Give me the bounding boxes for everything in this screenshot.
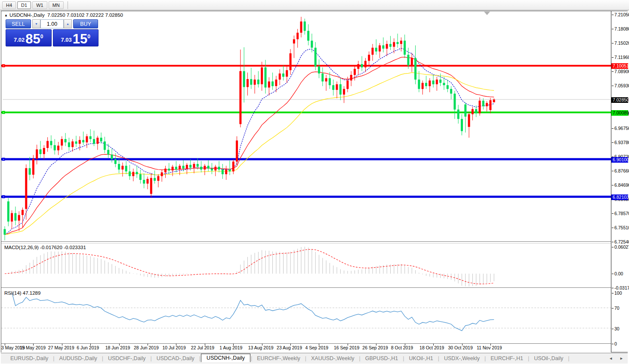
price-tick-label: 7.18080 (614, 26, 629, 31)
rsi-tick-label: 0 (614, 341, 617, 346)
price-tick-label-tickmark (612, 86, 614, 86)
price-tick-label-tickmark (612, 228, 614, 228)
date-label: 18 Jun 2019 (105, 345, 130, 350)
chart-tab-usdcad-daily[interactable]: USDCAD-,Daily (152, 355, 199, 362)
price-tick-label-tickmark (612, 57, 614, 58)
timeframe-toolbar: H4D1W1MN (0, 0, 629, 10)
rsi-line-chart (1, 289, 611, 343)
price-tick-label: 7.08900 (614, 69, 629, 74)
rsi-tick-label-tickmark (612, 293, 614, 293)
price-tick-label: 6.78570 (614, 211, 629, 216)
date-axis: 3 May 201915 May 201927 May 20196 Jun 20… (1, 344, 611, 352)
sell-button[interactable]: SELL (6, 19, 31, 28)
tab-separator: | (102, 355, 103, 361)
chart-tab-eurusd-daily[interactable]: EURUSD-,Daily (6, 355, 52, 362)
rsi-tick-label-tickmark (612, 344, 614, 344)
price-badge-6.82103: 6.82103 (611, 194, 628, 200)
tab-separator: | (150, 355, 151, 361)
buy-price-sup: 0 (87, 34, 90, 40)
price-badge-7.10051: 7.10051 (611, 63, 628, 69)
tab-separator: | (53, 355, 54, 361)
price-pane[interactable]: ▲USDCNH-,Daily 7.02250 7.03102 7.02222 7… (1, 11, 611, 242)
price-tick-label-tickmark (612, 213, 614, 214)
chart-tab-eurchf-weekly[interactable]: EURCHF-,Weekly (253, 355, 304, 362)
date-label: 10 Jul 2019 (162, 345, 185, 350)
date-label: 4 Sep 2019 (305, 345, 328, 350)
price-badge-6.90100: 6.90100 (611, 157, 628, 163)
rsi-tick-label: 100 (614, 290, 622, 296)
price-tick-label-tickmark (612, 43, 614, 43)
macd-tick-label: 0.060273 (614, 244, 629, 250)
price-tick-label-tickmark (612, 171, 614, 171)
macd-tick-label: 0.00 (614, 271, 623, 276)
chart-tab-eurchf-h1[interactable]: EURCHF-,H1 (486, 355, 527, 362)
price-tick-label: 7.11960 (614, 55, 629, 60)
sell-price-big: 85 (25, 34, 40, 45)
tab-separator: | (438, 355, 439, 361)
timeframe-button-w1[interactable]: W1 (32, 1, 47, 9)
price-tick-label-tickmark (612, 142, 614, 143)
rsi-pane[interactable]: RSI(14) 47.1289 (1, 289, 611, 344)
price-tick-label: 7.05930 (614, 83, 629, 88)
chart-tab-usdcnh-daily[interactable]: USDCNH-,Daily (201, 354, 250, 362)
timeframe-button-mn[interactable]: MN (49, 1, 64, 9)
chart-tab-ukoil-h1[interactable]: UKOil-,H1 (404, 355, 437, 362)
macd-tick-label: -0.031725 (614, 285, 629, 290)
volume-down-button[interactable]: ▼ (32, 19, 40, 28)
one-click-trade-panel: SELL ▼ 1.00 ▲ BUY 7.02 85 0 7.03 15 0 (6, 19, 99, 46)
tab-separator: | (484, 355, 486, 361)
chart-tab-xauusd-weekly[interactable]: XAUUSD-,Weekly (307, 355, 358, 362)
chart-ohlc-values: 7.02250 7.03102 7.02222 7.02850 (47, 12, 123, 18)
date-label: 18 Oct 2019 (419, 345, 444, 350)
tab-separator: | (568, 355, 569, 361)
macd-pane[interactable]: MACD(12,26,9) -0.017620 -0.023331 (1, 243, 611, 288)
rsi-tick-label: 30 (614, 326, 620, 331)
date-label: 6 Jun 2019 (77, 345, 99, 350)
sell-price-button[interactable]: 7.02 85 0 (6, 29, 52, 46)
macd-tick-label-tickmark (612, 247, 614, 247)
date-label: 30 Oct 2019 (448, 345, 473, 350)
chart-tab-gbpusd-h1[interactable]: GBPUSD-,H1 (361, 355, 402, 362)
price-tick-label: 6.93780 (614, 140, 629, 145)
rsi-label: RSI(14) 47.1289 (4, 290, 40, 296)
price-tick-label: 7.15020 (614, 40, 629, 46)
date-label: 15 May 2019 (19, 345, 46, 350)
volume-input[interactable]: 1.00 (40, 19, 64, 28)
buy-price-small: 7.03 (61, 37, 72, 43)
price-tick-label: 6.84690 (614, 182, 629, 188)
sell-price-sup: 0 (40, 34, 43, 40)
tab-separator: | (199, 355, 200, 361)
macd-tick-label-tickmark (612, 274, 614, 274)
price-tick-label-tickmark (612, 128, 614, 129)
tab-scroll-left-icon[interactable]: ◄ (609, 356, 613, 361)
tab-scroll-right-icon[interactable]: ► (620, 356, 623, 361)
timeframe-button-d1[interactable]: D1 (17, 1, 31, 9)
date-label: 27 May 2019 (48, 345, 74, 350)
tab-separator: | (251, 355, 252, 361)
tab-separator: | (359, 355, 360, 361)
tab-separator: | (403, 355, 404, 361)
price-tick-label: 6.96750 (614, 126, 629, 131)
chart-tab-usdchf-daily[interactable]: USDCHF-,Daily (104, 355, 150, 362)
price-tick-label-tickmark (612, 185, 614, 185)
timeframe-button-h4[interactable]: H4 (2, 1, 16, 9)
buy-price-button[interactable]: 7.03 15 0 (53, 29, 99, 46)
volume-up-button[interactable]: ▲ (64, 19, 72, 28)
sell-price-small: 7.02 (14, 37, 25, 43)
date-label: 1 Aug 2019 (219, 345, 242, 350)
chart-window: ▲USDCNH-,Daily 7.02250 7.03102 7.02222 7… (1, 11, 628, 352)
tab-separator: | (305, 355, 306, 361)
chart-shift-marker-icon[interactable] (484, 12, 490, 15)
rsi-tick-label: 70 (614, 305, 620, 311)
macd-label: MACD(12,26,9) -0.017620 -0.023331 (4, 245, 86, 250)
date-label: 22 Jul 2019 (191, 345, 214, 350)
chart-tab-usdx-weekly[interactable]: USDX-,Weekly (440, 355, 484, 362)
macd-tick-label-tickmark (612, 288, 614, 288)
chart-tab-usoil-daily[interactable]: USOil-,Daily (530, 355, 567, 362)
chart-tab-audusd-daily[interactable]: AUDUSD-,Daily (55, 355, 101, 362)
buy-button[interactable]: BUY (73, 19, 98, 28)
rsi-tick-label-tickmark (612, 308, 614, 308)
date-label: 11 Nov 2019 (477, 345, 502, 350)
price-tick-label-tickmark (612, 71, 614, 72)
price-tick-label-tickmark (612, 242, 614, 242)
